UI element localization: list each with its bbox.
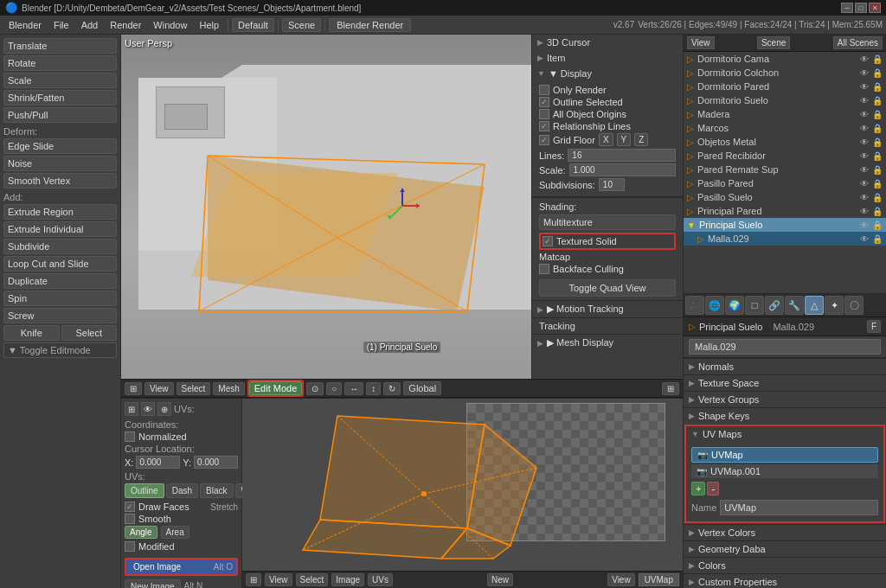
scene-item-pasillo-suelo[interactable]: ▷ Pasillo Suelo 👁 🔒 [684,190,886,204]
scene-item-pasillo-pared[interactable]: ▷ Pasillo Pared 👁 🔒 [684,176,886,190]
manipulator-btn-1[interactable]: ↔ [344,382,363,395]
viewport-icon-btn-1[interactable]: ⊞ [125,382,142,395]
uvmap-entry-2[interactable]: 📷 UVMap.001 [691,464,878,478]
lock-icon-3[interactable]: 🔒 [872,82,883,92]
renderer-selector[interactable]: Blender Render [329,18,411,32]
uv-icon-btn[interactable]: ⊞ [246,573,261,586]
axis-y-button[interactable]: Y [617,133,632,146]
scene-item-pared-remate-sup[interactable]: ▷ Pared Remate Sup 👁 🔒 [684,163,886,176]
uv-maps-header[interactable]: ▼ UV Maps [686,426,883,442]
f-button[interactable]: F [867,320,881,333]
item-header[interactable]: ▶ Item [532,50,683,66]
eye-icon-8[interactable]: 👁 [860,151,869,161]
close-button[interactable]: ✕ [869,3,881,13]
textured-solid-checkbox[interactable] [543,236,553,246]
translate-button[interactable]: Translate [3,38,117,54]
geometry-data-header[interactable]: ▶ Geometry Daba [684,541,886,557]
duplicate-button[interactable]: Duplicate [3,273,117,289]
area-button[interactable]: Area [161,526,189,539]
screw-button[interactable]: Screw [3,308,117,323]
lock-icon-10[interactable]: 🔒 [872,179,883,189]
eye-icon-10[interactable]: 👁 [860,179,869,189]
extrude-individual-button[interactable]: Extrude Individual [3,221,117,237]
noise-button[interactable]: Noise [3,156,117,171]
shape-keys-header[interactable]: ▶ Shape Keys [684,408,886,424]
only-render-checkbox[interactable] [539,85,549,95]
scene-item-dormitorio-cama[interactable]: ▷ Dormitorio Cama 👁 🔒 [684,52,886,66]
maximize-button[interactable]: □ [855,3,867,13]
outliner-scene-btn[interactable]: Scene [757,36,790,49]
y-value-field[interactable]: 0.000 [194,456,238,469]
lock-icon-6[interactable]: 🔒 [872,124,883,133]
x-value-field[interactable]: 0.000 [136,456,180,469]
menu-window[interactable]: Window [148,18,192,32]
lock-icon-13[interactable]: 🔒 [872,220,883,230]
lock-icon-14[interactable]: 🔒 [872,234,883,244]
scale-value[interactable]: 1.000 [569,163,676,176]
uvmap-remove-button[interactable]: - [707,482,719,495]
shading-mode-selector[interactable]: Multitexture [539,214,676,230]
uv-uvs-btn[interactable]: UVs [368,573,393,586]
lock-icon-7[interactable]: 🔒 [872,137,883,147]
new-image-button[interactable]: New Image [125,579,181,588]
backface-culling-checkbox[interactable] [539,264,549,274]
eye-icon-11[interactable]: 👁 [860,193,869,202]
uv-tab-outline[interactable]: Outline [125,483,164,498]
scene-item-madera[interactable]: ▷ Madera 👁 🔒 [684,107,886,121]
uv-select-btn[interactable]: Select [296,573,329,586]
scene-item-dormitorio-colchon[interactable]: ▷ Dormitorio Colchon 👁 🔒 [684,66,886,80]
lock-icon-8[interactable]: 🔒 [872,151,883,161]
eye-icon-14[interactable]: 👁 [860,234,869,244]
all-origins-checkbox[interactable] [539,109,549,119]
normals-section-header[interactable]: ▶ Normals [684,359,886,374]
scene-item-pared-recibidor[interactable]: ▷ Pared Recibidor 👁 🔒 [684,149,886,163]
proportional-edit-btn[interactable]: ○ [326,382,342,395]
texture-space-header[interactable]: ▶ Texture Space [684,375,886,391]
eye-icon-13[interactable]: 👁 [860,220,869,230]
knife-button[interactable]: Knife [3,325,60,341]
render-props-icon[interactable]: 🎥 [685,296,704,315]
scene-item-objetos-metal[interactable]: ▷ Objetos Metal 👁 🔒 [684,135,886,149]
outline-selected-checkbox[interactable] [539,97,549,107]
vertex-colors-header[interactable]: ▶ Vertex Colors [684,525,886,540]
minimize-button[interactable]: ─ [841,3,853,13]
eye-icon-9[interactable]: 👁 [860,165,869,175]
manipulator-btn-3[interactable]: ↻ [383,382,401,395]
lock-icon-5[interactable]: 🔒 [872,110,883,119]
uvmap-entry-1[interactable]: 📷 UVMap [691,447,878,463]
outliner-all-scenes-btn[interactable]: All Scenes [833,36,883,49]
3d-viewport[interactable]: User Persp [121,35,683,379]
eye-icon-3[interactable]: 👁 [860,82,869,92]
3d-cursor-header[interactable]: ▶ 3D Cursor [532,35,683,50]
viewport-extra-btn[interactable]: ⊞ [662,382,679,395]
open-image-button[interactable]: Open Image Alt O [125,558,238,576]
mode-selector[interactable]: Edit Mode [249,381,303,395]
modified-checkbox[interactable] [125,541,135,552]
custom-properties-header[interactable]: ▶ Custom Properties [684,574,886,588]
vertex-groups-header[interactable]: ▶ Vertex Groups [684,392,886,407]
lock-icon-12[interactable]: 🔒 [872,207,883,216]
menu-blender[interactable]: Blender [3,18,47,32]
coord-system-selector[interactable]: Global [403,381,441,395]
menu-render[interactable]: Render [105,18,146,32]
display-section-header[interactable]: ▼ ▼ Display [532,66,683,81]
angle-button[interactable]: Angle [125,526,157,539]
draw-faces-checkbox[interactable] [125,502,135,512]
window-controls[interactable]: ─ □ ✕ [841,3,881,13]
lock-icon-4[interactable]: 🔒 [872,96,883,105]
rotate-button[interactable]: Rotate [3,55,117,71]
uv-icon-3[interactable]: ⊕ [157,402,171,416]
smooth-checkbox[interactable] [125,514,135,524]
mesh-name-input[interactable] [689,339,881,355]
grid-floor-checkbox[interactable] [539,135,549,145]
uvmap-name-input[interactable] [720,500,878,515]
uv-icon-1[interactable]: ⊞ [125,402,138,416]
smooth-vertex-button[interactable]: Smooth Vertex [3,173,117,189]
scene-selector[interactable]: Scene [282,18,321,32]
scene-item-principal-pared[interactable]: ▷ Principal Pared 👁 🔒 [684,204,886,218]
layout-selector[interactable]: Default [232,18,274,32]
lock-icon-11[interactable]: 🔒 [872,193,883,202]
uvmap-add-button[interactable]: + [691,482,705,495]
scene-item-dormitorio-suelo[interactable]: ▷ Dormitorio Suelo 👁 🔒 [684,93,886,107]
uv-view-btn-2[interactable]: View [607,573,635,586]
